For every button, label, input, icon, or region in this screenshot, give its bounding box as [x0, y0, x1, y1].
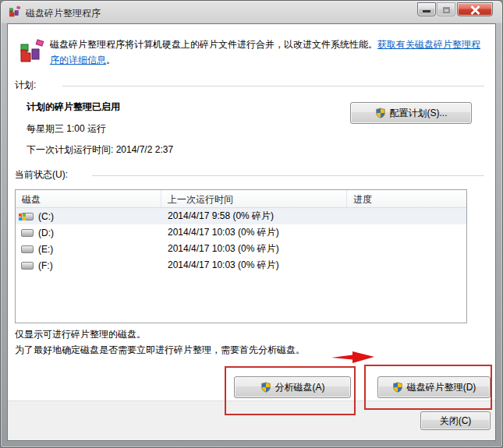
- minimize-button[interactable]: [417, 2, 436, 16]
- column-header-disk[interactable]: 磁盘: [16, 190, 161, 207]
- disk-table: 磁盘 上一次运行时间 进度 (C:) 2014/4/17 9:58 (0% 碎片…: [15, 189, 467, 323]
- status-separator: [92, 175, 484, 176]
- drive-label: (F:): [38, 260, 53, 271]
- configure-schedule-label: 配置计划(S)...: [390, 107, 448, 120]
- dialog-body: 磁盘碎片整理程序将计算机硬盘上的碎片文件进行合并，以改进文件系统性能。获取有关磁…: [7, 23, 496, 441]
- table-row-drive-f[interactable]: (F:) 2014/4/17 10:03 (0% 碎片): [16, 257, 466, 273]
- defrag-large-icon: [19, 38, 45, 65]
- close-dialog-button[interactable]: 关闭(C): [420, 411, 491, 430]
- drive-label: (E:): [38, 244, 53, 255]
- analyze-disk-label: 分析磁盘(A): [275, 381, 325, 394]
- defragment-disk-button[interactable]: 磁盘碎片整理(D): [377, 376, 491, 398]
- window-title: 磁盘碎片整理程序: [26, 7, 101, 20]
- defragment-disk-label: 磁盘碎片整理(D): [407, 381, 476, 394]
- schedule-status: 计划的碎片整理已启用: [27, 101, 120, 114]
- note-eligible-disks: 仅显示可进行碎片整理的磁盘。: [15, 328, 146, 341]
- close-dialog-label: 关闭(C): [440, 414, 472, 428]
- close-icon: [470, 5, 480, 15]
- annotation-arrow-icon: [331, 348, 377, 365]
- close-window-button[interactable]: [457, 2, 493, 16]
- last-run-value: 2014/4/17 10:03 (0% 碎片): [161, 226, 347, 239]
- last-run-value: 2014/4/17 9:58 (0% 碎片): [161, 210, 347, 223]
- schedule-frequency: 每星期三 1:00 运行: [27, 122, 106, 136]
- drive-icon: [20, 244, 34, 255]
- defrag-window: 磁盘碎片整理程序 磁盘碎片整理程序将计算机硬盘上的碎片文件进行合并，以改进文件系…: [0, 0, 503, 448]
- column-header-last-run[interactable]: 上一次运行时间: [161, 190, 347, 207]
- maximize-button: [437, 2, 455, 16]
- drive-label: (D:): [38, 228, 54, 238]
- titlebar: 磁盘碎片整理程序: [1, 1, 502, 23]
- last-run-value: 2014/4/17 10:03 (0% 碎片): [161, 242, 347, 256]
- maximize-icon: [443, 7, 450, 13]
- intro-text: 磁盘碎片整理程序将计算机硬盘上的碎片文件进行合并，以改进文件系统性能。获取有关磁…: [50, 37, 488, 68]
- intro-description: 磁盘碎片整理程序将计算机硬盘上的碎片文件进行合并，以改进文件系统性能。: [50, 39, 377, 50]
- uac-shield-icon: [375, 108, 386, 118]
- system-drive-icon: [20, 211, 34, 222]
- last-run-value: 2014/4/17 10:03 (0% 碎片): [161, 259, 347, 272]
- column-header-progress[interactable]: 进度: [347, 190, 466, 207]
- schedule-heading: 计划:: [15, 79, 36, 92]
- schedule-separator: [62, 86, 484, 86]
- table-row-drive-e[interactable]: (E:) 2014/4/17 10:03 (0% 碎片): [16, 241, 466, 257]
- schedule-next-run: 下一次计划运行时间: 2014/7/2 2:37: [27, 143, 173, 157]
- uac-shield-icon: [260, 382, 271, 393]
- table-row-drive-d[interactable]: (D:) 2014/4/17 10:03 (0% 碎片): [16, 224, 466, 241]
- table-row-drive-c[interactable]: (C:) 2014/4/17 9:58 (0% 碎片): [16, 208, 466, 224]
- drive-icon: [20, 260, 34, 271]
- minimize-icon: [423, 10, 430, 12]
- intro-suffix: 。: [106, 55, 115, 65]
- drive-icon: [20, 228, 34, 238]
- drive-label: (C:): [38, 211, 54, 222]
- status-heading: 当前状态(U):: [15, 168, 68, 182]
- configure-schedule-button[interactable]: 配置计划(S)...: [350, 102, 472, 124]
- analyze-disk-button[interactable]: 分析磁盘(A): [234, 376, 351, 398]
- defrag-app-icon: [9, 5, 21, 18]
- table-header: 磁盘 上一次运行时间 进度: [16, 190, 466, 208]
- note-analyze-first: 为了最好地确定磁盘是否需要立即进行碎片整理，需要首先分析磁盘。: [15, 344, 305, 357]
- uac-shield-icon: [392, 382, 403, 393]
